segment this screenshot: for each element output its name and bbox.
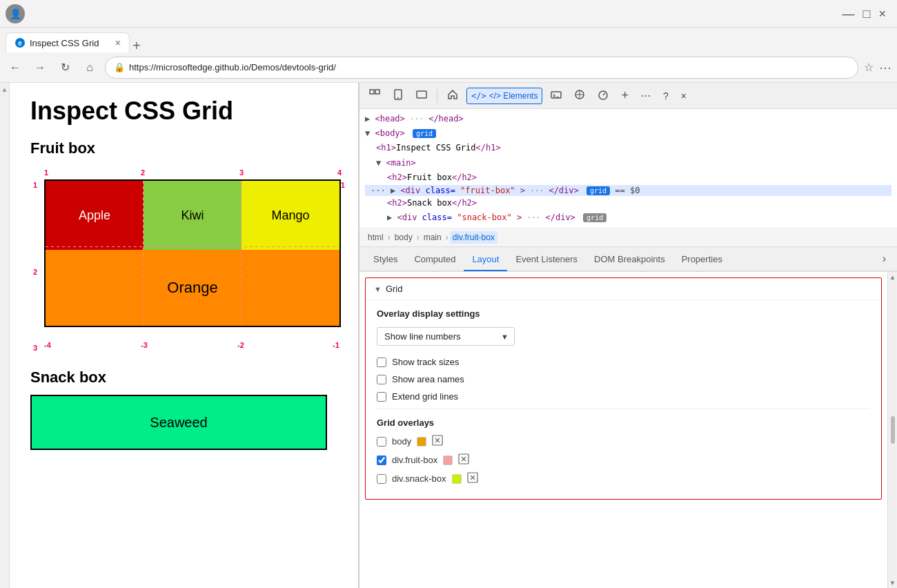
profile-avatar[interactable]: 👤 [6, 4, 25, 23]
dom-h1-line: <h1>Inspect CSS Grid</h1> [376, 141, 891, 155]
extend-grid-lines-checkbox[interactable] [377, 392, 386, 402]
url-bar[interactable]: 🔒 https://microsoftedge.github.io/Demos/… [105, 57, 858, 79]
col-num-1: 1 [44, 168, 48, 177]
overlay-body-label: body [392, 436, 411, 447]
dom-head-line: ▶ <head> ··· </head> [365, 112, 891, 126]
body-grid-badge[interactable]: grid [413, 129, 436, 138]
fruit-grid-container: Apple Kiwi Mango Orange [44, 179, 341, 327]
refresh-button[interactable]: ↻ [55, 58, 75, 77]
overlay-snack-label: div.snack-box [392, 473, 446, 484]
main-area: ▲ Inspect CSS Grid Fruit box 1 2 3 4 -1 … [0, 83, 897, 588]
new-tab-button[interactable]: + [132, 39, 141, 52]
svg-line-12 [603, 93, 605, 95]
scrollbar-thumb[interactable] [891, 416, 895, 444]
elements-panel-button[interactable]: </> </> Elements [466, 88, 542, 104]
scroll-up-devtools[interactable]: ▲ [889, 273, 896, 281]
console-panel-button[interactable] [546, 86, 566, 105]
tab-event-listeners[interactable]: Event Listeners [507, 248, 586, 271]
fruit-section-title: Fruit box [30, 139, 337, 157]
device-emulation-icon[interactable] [388, 86, 408, 105]
devtools-panel: </> </> Elements + ⋯ ? × ▶ <head> ··· [359, 83, 897, 588]
col-num-neg3: -3 [141, 341, 148, 349]
overlay-body-color[interactable] [417, 437, 426, 447]
grid-section-header[interactable]: ▼ Grid [366, 278, 881, 300]
home-button[interactable]: ⌂ [80, 58, 99, 77]
minimize-button[interactable]: — [842, 8, 855, 20]
overlay-snack-item: div.snack-box [377, 472, 870, 485]
overlay-fruit-item: div.fruit-box [377, 453, 870, 467]
browser-tab[interactable]: e Inspect CSS Grid × [6, 32, 130, 52]
more-tools-button[interactable]: ⋯ [637, 88, 655, 104]
breadcrumb-fruit-box[interactable]: div.fruit-box [450, 231, 497, 244]
devtools-right: ▼ Grid Overlay display settings Show lin… [359, 272, 897, 588]
overlay-snack-checkbox[interactable] [377, 474, 386, 484]
back-button[interactable]: ← [6, 58, 25, 77]
scroll-down-devtools[interactable]: ▼ [889, 579, 896, 587]
extend-grid-lines-row[interactable]: Extend grid lines [377, 391, 870, 402]
svg-rect-3 [375, 90, 379, 94]
scroll-up-icon[interactable]: ▲ [1, 86, 8, 93]
show-track-sizes-checkbox[interactable] [377, 357, 386, 367]
overlay-body-target-icon[interactable] [432, 435, 443, 448]
window-controls: — □ × [842, 8, 886, 20]
performance-icon[interactable] [593, 86, 613, 105]
snack-grid-badge[interactable]: grid [583, 213, 607, 222]
close-devtools-button[interactable]: × [677, 88, 691, 104]
breadcrumb: html › body › main › div.fruit-box [359, 228, 897, 247]
breadcrumb-main[interactable]: main [421, 231, 444, 244]
show-area-names-label: Show area names [392, 374, 464, 384]
row-num-1: 1 [33, 181, 37, 189]
tab-title: Inspect CSS Grid [30, 38, 111, 48]
overlay-body-checkbox[interactable] [377, 437, 386, 447]
fruit-grid-badge[interactable]: grid [586, 186, 610, 195]
tab-dom-breakpoints[interactable]: DOM Breakpoints [586, 248, 673, 271]
show-area-names-row[interactable]: Show area names [377, 374, 870, 384]
row-num-3: 3 [33, 344, 37, 352]
tab-computed[interactable]: Computed [406, 248, 464, 271]
dropdown-value: Show line numbers [377, 328, 495, 345]
maximize-button[interactable]: □ [863, 8, 871, 20]
page-content: ▲ Inspect CSS Grid Fruit box 1 2 3 4 -1 … [0, 83, 359, 588]
toolbar-separator-1 [437, 89, 437, 103]
svg-rect-2 [370, 90, 374, 94]
overlay-fruit-checkbox[interactable] [377, 455, 386, 465]
col-num-4: 4 [337, 168, 342, 177]
forward-button[interactable]: → [30, 58, 50, 77]
add-panel-button[interactable]: + [617, 86, 633, 106]
breadcrumb-body[interactable]: body [392, 231, 415, 244]
grid-section-arrow: ▼ [374, 285, 382, 293]
overlay-fruit-target-icon[interactable] [458, 453, 469, 467]
inspect-icon[interactable] [365, 86, 384, 105]
screen-cast-icon[interactable] [412, 86, 431, 105]
snack-section: Snack box Seaweed [30, 369, 337, 450]
show-track-sizes-label: Show track sizes [392, 357, 460, 367]
tab-styles[interactable]: Styles [365, 248, 406, 271]
show-track-sizes-row[interactable]: Show track sizes [377, 357, 870, 367]
dom-fruit-selected[interactable]: ··· ▶ <div class= "fruit-box" > ··· </di… [365, 185, 891, 196]
overlay-snack-color[interactable] [452, 474, 462, 484]
row-num-2: 2 [33, 268, 37, 276]
lock-icon: 🔒 [114, 62, 125, 72]
overlay-body-item: body [377, 435, 870, 448]
line-numbers-dropdown[interactable]: Show line numbers ▼ [377, 327, 515, 346]
extensions-button[interactable]: ⋯ [879, 60, 891, 75]
overlay-fruit-color[interactable] [443, 455, 453, 465]
snack-section-title: Snack box [30, 369, 337, 386]
tab-layout[interactable]: Layout [464, 248, 507, 271]
close-button[interactable]: × [878, 8, 886, 20]
overlay-snack-target-icon[interactable] [467, 472, 478, 485]
network-icon[interactable] [570, 86, 589, 105]
show-area-names-checkbox[interactable] [377, 375, 386, 384]
help-button[interactable]: ? [659, 88, 673, 104]
tab-favicon: e [14, 37, 26, 48]
breadcrumb-html[interactable]: html [365, 231, 386, 244]
dom-snack-line[interactable]: ▶ <div class= "snack-box" > ··· </div> g… [387, 210, 891, 225]
title-bar-left: 👤 [6, 4, 25, 23]
fruit-grid-wrapper: 1 2 3 4 -1 1 2 3 [30, 166, 337, 355]
favorites-icon[interactable]: ☆ [864, 61, 874, 74]
tab-close-button[interactable]: × [115, 37, 121, 48]
dom-tree: ▶ <head> ··· </head> ▼ <body> grid <h1>I… [359, 109, 897, 228]
tab-properties[interactable]: Properties [673, 248, 731, 271]
tabs-more-button[interactable]: › [877, 247, 891, 271]
home-devtools-icon[interactable] [443, 86, 462, 105]
